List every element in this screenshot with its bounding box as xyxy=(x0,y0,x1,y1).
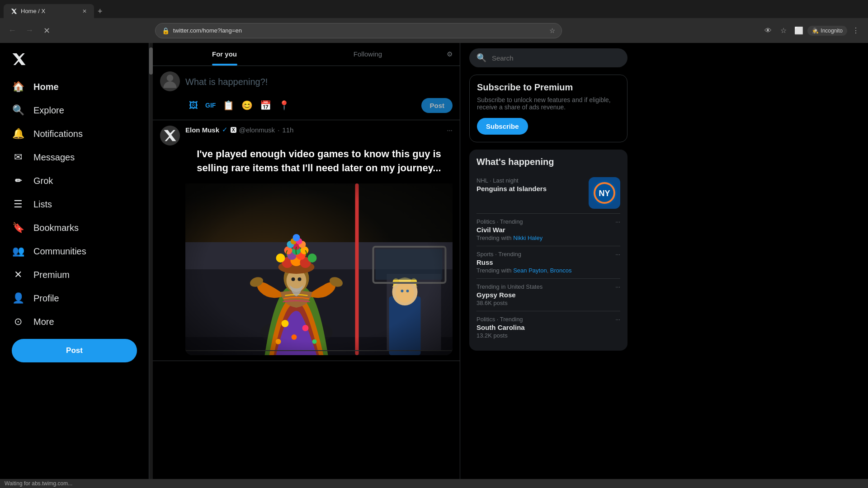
sidebar-post-button[interactable]: Post xyxy=(12,339,137,362)
browser-chrome: Home / X ✕ + ← → ✕ 🔒 ☆ 👁 ☆ ⬜ 🕵 Incognito… xyxy=(0,0,868,43)
trend-sub: 38.6K posts xyxy=(476,300,610,306)
active-tab[interactable]: Home / X ✕ xyxy=(4,4,94,18)
sidebar-item-explore[interactable]: 🔍 Explore xyxy=(5,99,143,122)
trend-item-south-carolina[interactable]: Politics · Trending South Carolina 13.2K… xyxy=(476,311,620,343)
trend-item-civil-war[interactable]: Politics · Trending Civil War Trending w… xyxy=(476,214,620,246)
sidebar-item-premium[interactable]: ✕ Premium xyxy=(5,263,143,286)
compose-right: What is happening?! 🖼 GIF 📋 😊 📅 📍 Post xyxy=(185,71,453,114)
browser-tabs: Home / X ✕ + xyxy=(0,0,868,18)
x-premium-icon: ✕ xyxy=(12,268,24,281)
trend-category: Trending in United States xyxy=(476,283,610,290)
trend-more-button[interactable]: ··· xyxy=(615,316,620,323)
trend-item-russ[interactable]: Sports · Trending Russ Trending with Sea… xyxy=(476,246,620,279)
sidebar-item-bookmarks-label: Bookmarks xyxy=(33,223,79,233)
sidebar-item-communities-label: Communities xyxy=(33,246,86,257)
trend-sub: Trending with Sean Payton, Broncos xyxy=(476,267,610,274)
star-icon[interactable]: ☆ xyxy=(777,24,790,38)
gif-tool[interactable]: GIF xyxy=(202,98,219,113)
tweet-time: · xyxy=(278,126,279,134)
sidebar-item-home[interactable]: 🏠 Home xyxy=(5,75,143,99)
image-upload-tool[interactable]: 🖼 xyxy=(185,97,202,114)
browser-right-buttons: 👁 ☆ ⬜ 🕵 Incognito ⋮ xyxy=(761,24,863,38)
tweet-image: I've played enough video games to know t… xyxy=(185,139,453,355)
scroll-track[interactable] xyxy=(149,43,153,488)
back-button[interactable]: ← xyxy=(5,24,19,38)
tab-close-button[interactable]: ✕ xyxy=(82,8,87,14)
emoji-tool[interactable]: 😊 xyxy=(238,96,256,114)
tweet-illustration xyxy=(185,183,453,355)
list-icon: ☰ xyxy=(12,198,24,211)
tab-following[interactable]: Following xyxy=(296,43,439,66)
eye-slash-icon[interactable]: 👁 xyxy=(761,24,775,38)
tweet-time-ago: 11h xyxy=(282,126,293,134)
compose-placeholder[interactable]: What is happening?! xyxy=(185,71,453,93)
trend-name: Gypsy Rose xyxy=(476,291,610,299)
trend-link-broncos[interactable]: Broncos xyxy=(550,267,572,274)
svg-text:NY: NY xyxy=(599,189,610,198)
schedule-tool[interactable]: 📅 xyxy=(256,96,275,114)
trend-image: NY xyxy=(589,177,620,209)
bookmark-nav-icon: 🔖 xyxy=(12,221,24,234)
trend-link-sean[interactable]: Sean Payton xyxy=(513,267,547,274)
sidebar-item-profile[interactable]: 👤 Profile xyxy=(5,286,143,310)
tweet-author-avatar xyxy=(160,126,180,145)
compose-post-button[interactable]: Post xyxy=(421,98,453,113)
menu-button[interactable]: ⋮ xyxy=(849,24,863,38)
sidebar-item-notifications[interactable]: 🔔 Notifications xyxy=(5,122,143,145)
search-bar[interactable]: 🔍 xyxy=(469,48,627,67)
trend-more-button[interactable]: ··· xyxy=(615,283,620,290)
sidebar-item-more[interactable]: ⊙ More xyxy=(5,310,143,333)
trend-more-button[interactable]: ··· xyxy=(615,251,620,258)
scroll-thumb[interactable] xyxy=(149,47,153,75)
premium-description: Subscribe to unlock new features and if … xyxy=(477,96,620,111)
sidebar-item-bookmarks[interactable]: 🔖 Bookmarks xyxy=(5,216,143,239)
reload-button[interactable]: ✕ xyxy=(40,24,53,38)
new-tab-button[interactable]: + xyxy=(94,5,106,18)
url-input[interactable] xyxy=(173,27,546,34)
search-nav-icon: 🔍 xyxy=(12,104,24,117)
tweet-item[interactable]: Elon Musk ✓ X @elonmusk · 11h ··· I've p… xyxy=(153,120,460,361)
location-tool[interactable]: 📍 xyxy=(275,96,293,114)
sidebar-item-messages[interactable]: ✉ Messages xyxy=(5,145,143,169)
feed-settings-button[interactable]: ⚙ xyxy=(439,43,460,66)
address-bar[interactable]: 🔒 ☆ xyxy=(155,23,562,38)
right-sidebar: 🔍 Subscribe to Premium Subscribe to unlo… xyxy=(460,43,637,488)
trend-name: Civil War xyxy=(476,226,610,234)
sidebar-item-communities[interactable]: 👥 Communities xyxy=(5,239,143,263)
trend-sub: 13.2K posts xyxy=(476,332,610,339)
bell-icon: 🔔 xyxy=(12,127,24,140)
forward-button[interactable]: → xyxy=(23,24,36,38)
compose-toolbar: 🖼 GIF 📋 😊 📅 📍 Post xyxy=(185,93,453,114)
sidebar-item-grok-label: Grok xyxy=(33,176,53,186)
tab-for-you[interactable]: For you xyxy=(153,43,296,66)
sidebar-logo[interactable] xyxy=(5,47,143,73)
app-container: 🏠 Home 🔍 Explore 🔔 Notifications ✉ Messa… xyxy=(0,43,868,488)
trend-name: South Carolina xyxy=(476,324,610,331)
status-text: Waiting for abs.twimg.com... xyxy=(5,480,72,487)
compose-area: What is happening?! 🖼 GIF 📋 😊 📅 📍 Post xyxy=(153,66,460,120)
home-icon: 🏠 xyxy=(12,80,24,93)
trend-item-nhl[interactable]: NHL · Last night Penguins at Islanders N… xyxy=(476,173,620,214)
mail-icon: ✉ xyxy=(12,151,24,164)
trend-category: Politics · Trending xyxy=(476,316,610,323)
sidebar-item-grok[interactable]: ✏ Grok xyxy=(5,169,143,192)
bookmark-icon[interactable]: ☆ xyxy=(549,27,555,35)
premium-box: Subscribe to Premium Subscribe to unlock… xyxy=(469,75,627,142)
sidebar-item-lists[interactable]: ☰ Lists xyxy=(5,192,143,216)
sidebar-item-messages-label: Messages xyxy=(33,152,75,163)
tweet-more-button[interactable]: ··· xyxy=(447,126,453,134)
sidebar-item-more-label: More xyxy=(33,317,54,327)
trend-more-button[interactable]: ··· xyxy=(615,218,620,225)
search-input[interactable] xyxy=(492,54,620,62)
people-icon: 👥 xyxy=(12,245,24,258)
extensions-icon[interactable]: ⬜ xyxy=(792,24,806,38)
lock-icon: 🔒 xyxy=(162,27,170,34)
subscribe-button[interactable]: Subscribe xyxy=(477,118,528,135)
trend-item-gypsy-rose[interactable]: Trending in United States Gypsy Rose 38.… xyxy=(476,279,620,311)
trend-name: Penguins at Islanders xyxy=(476,185,583,192)
trend-link[interactable]: Nikki Haley xyxy=(513,235,542,241)
tweet-image-text: I've played enough video games to know t… xyxy=(185,139,453,183)
list-tool[interactable]: 📋 xyxy=(219,96,238,114)
incognito-label: Incognito xyxy=(821,28,843,34)
tweet-author-name: Elon Musk xyxy=(185,126,219,134)
